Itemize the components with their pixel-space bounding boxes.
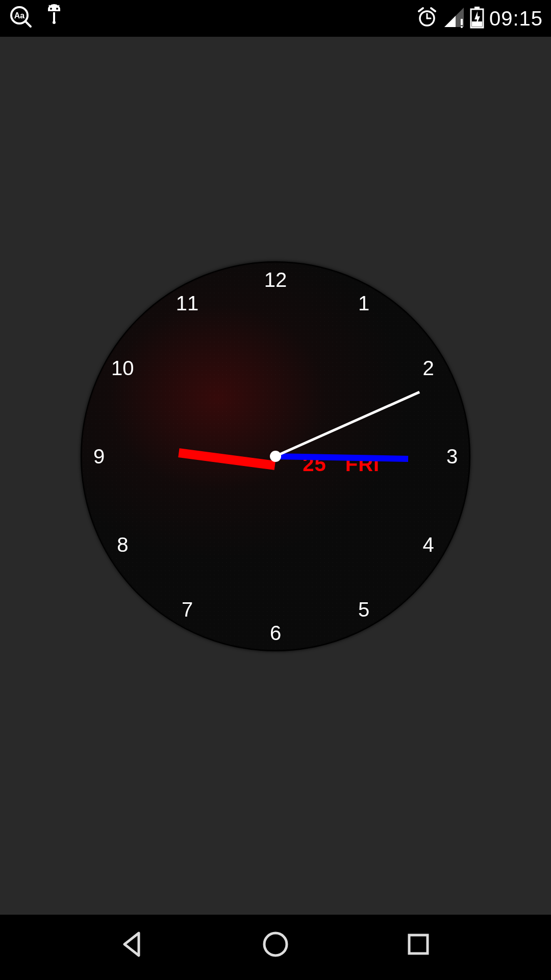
clock-numeral: 2 [423, 357, 434, 380]
svg-point-3 [50, 8, 52, 10]
clock-numeral: 4 [423, 533, 434, 556]
svg-rect-20 [409, 935, 428, 953]
status-bar-left: Aa [8, 4, 64, 31]
hour-hand [178, 448, 276, 470]
battery-charging-icon [470, 6, 484, 31]
minute-hand [276, 453, 408, 462]
navigation-bar [0, 894, 551, 980]
aa-search-icon: Aa [8, 4, 33, 31]
clock-pivot [270, 451, 281, 462]
svg-point-19 [264, 933, 287, 955]
svg-rect-7 [53, 12, 55, 21]
nav-buttons-row [0, 919, 551, 970]
back-button[interactable] [116, 928, 149, 961]
clock-numeral: 9 [93, 445, 105, 468]
alarm-icon [416, 6, 438, 31]
clock-numeral: 12 [264, 268, 287, 291]
svg-line-13 [431, 8, 435, 11]
svg-rect-14 [461, 19, 463, 25]
status-bar: Aa [0, 0, 551, 37]
clock-numeral: 11 [176, 292, 199, 315]
svg-point-8 [53, 21, 56, 24]
content-area: 121234567891011 25 FRI [0, 37, 551, 906]
svg-rect-17 [474, 7, 480, 9]
svg-line-12 [419, 8, 423, 11]
clock-numeral: 7 [182, 598, 193, 621]
second-hand [274, 391, 420, 458]
status-bar-clock: 09:15 [489, 7, 543, 30]
svg-line-1 [26, 21, 31, 27]
clock-face: 121234567891011 25 FRI [81, 261, 470, 651]
clock-numeral: 6 [270, 622, 281, 645]
clock-numeral: 10 [111, 357, 134, 380]
clock-numeral: 1 [358, 292, 369, 315]
clock-numeral: 5 [358, 598, 369, 621]
clock-numeral: 3 [446, 445, 458, 468]
nav-bar-spacer [0, 894, 551, 915]
clock-numeral: 8 [117, 533, 128, 556]
signal-icon [443, 7, 465, 30]
svg-point-15 [461, 26, 463, 28]
recents-button[interactable] [402, 928, 435, 961]
svg-text:Aa: Aa [14, 11, 25, 20]
svg-point-4 [56, 8, 58, 10]
analog-clock-widget[interactable]: 121234567891011 25 FRI [81, 261, 470, 651]
android-debug-icon [44, 4, 64, 31]
home-button[interactable] [259, 928, 292, 961]
status-bar-right: 09:15 [411, 0, 543, 37]
